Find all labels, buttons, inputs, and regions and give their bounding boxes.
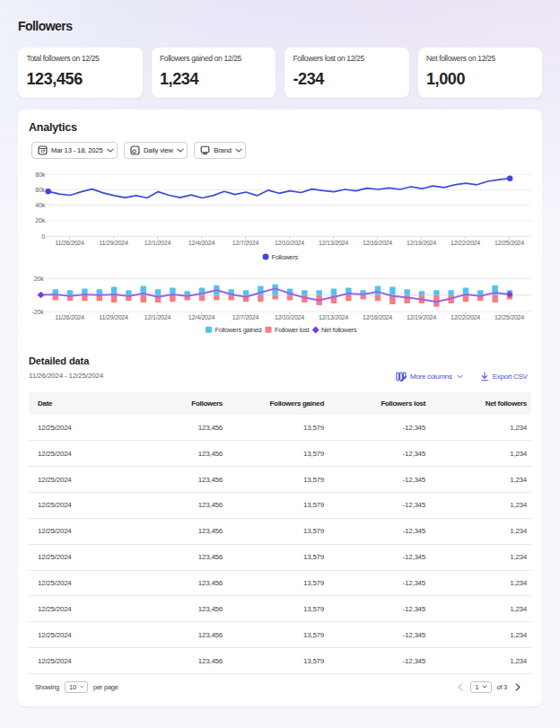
svg-text:12/25/2024: 12/25/2024 [494, 240, 524, 246]
svg-text:12/13/2024: 12/13/2024 [319, 240, 348, 246]
svg-text:12/16/2024: 12/16/2024 [363, 314, 392, 320]
svg-text:12/19/2024: 12/19/2024 [407, 240, 436, 246]
svg-text:12/7/2024: 12/7/2024 [232, 314, 259, 320]
svg-text:12/1/2024: 12/1/2024 [144, 314, 171, 320]
svg-text:60k: 60k [35, 187, 45, 193]
svg-text:11/26/2024: 11/26/2024 [55, 314, 84, 320]
svg-text:20k: 20k [34, 276, 44, 282]
svg-text:12/13/2024: 12/13/2024 [319, 314, 348, 320]
svg-text:12/22/2024: 12/22/2024 [451, 240, 480, 246]
svg-text:12/4/2024: 12/4/2024 [188, 240, 215, 246]
svg-text:11/26/2024: 11/26/2024 [55, 240, 84, 246]
svg-text:12/10/2024: 12/10/2024 [275, 314, 304, 320]
svg-text:Follower lost: Follower lost [275, 326, 310, 334]
svg-text:12/1/2024: 12/1/2024 [144, 240, 171, 246]
svg-text:0: 0 [41, 233, 45, 240]
svg-text:12/10/2024: 12/10/2024 [275, 240, 304, 246]
svg-text:Followers gained: Followers gained [215, 326, 262, 334]
svg-text:12/25/2024: 12/25/2024 [494, 314, 524, 320]
svg-text:12/19/2024: 12/19/2024 [407, 314, 436, 320]
svg-text:11/29/2024: 11/29/2024 [99, 314, 128, 320]
svg-text:Followers: Followers [272, 253, 299, 261]
svg-text:40k: 40k [35, 202, 45, 208]
svg-text:12/16/2024: 12/16/2024 [363, 240, 392, 246]
svg-text:Net followers: Net followers [321, 326, 357, 334]
svg-text:11/29/2024: 11/29/2024 [99, 240, 128, 246]
svg-text:80k: 80k [35, 171, 45, 178]
svg-text:12/7/2024: 12/7/2024 [232, 240, 259, 246]
svg-text:20k: 20k [35, 217, 45, 224]
svg-text:12/22/2024: 12/22/2024 [451, 314, 480, 320]
svg-text:-20k: -20k [32, 309, 45, 315]
svg-text:12/4/2024: 12/4/2024 [188, 314, 215, 320]
